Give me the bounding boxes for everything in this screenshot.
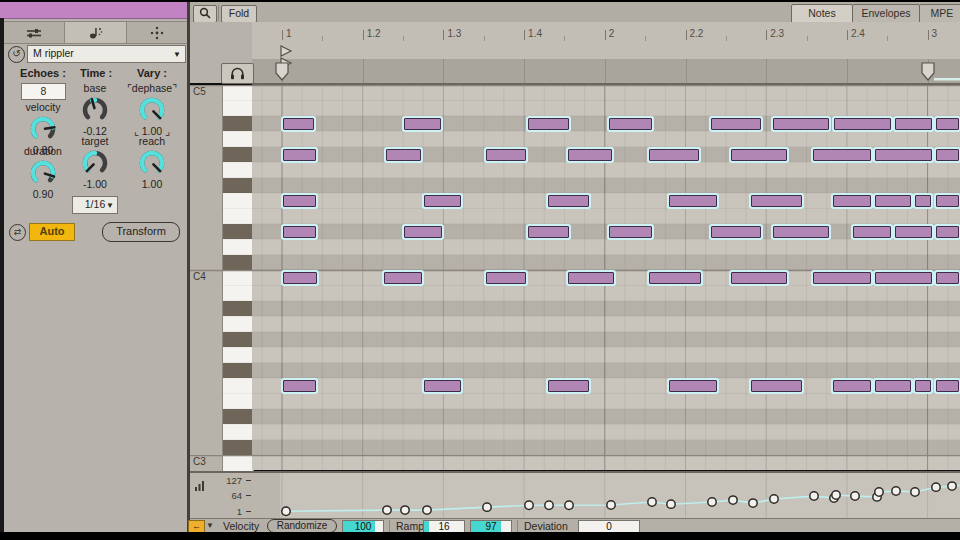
clip-properties-tab[interactable] — [4, 22, 65, 43]
midi-note[interactable] — [915, 380, 931, 392]
velocity-marker[interactable] — [892, 487, 900, 495]
velocity-marker[interactable] — [648, 498, 656, 506]
knob-duration[interactable] — [27, 157, 59, 189]
knob-target[interactable] — [79, 147, 111, 179]
velocity-marker[interactable] — [832, 491, 840, 499]
midi-note[interactable] — [833, 195, 871, 207]
velocity-marker[interactable] — [383, 506, 391, 514]
velocity-marker[interactable] — [525, 501, 533, 509]
velocity-marker[interactable] — [770, 495, 778, 503]
velocity-marker[interactable] — [875, 488, 883, 496]
midi-note[interactable] — [548, 195, 589, 207]
midi-note[interactable] — [751, 195, 802, 207]
device-selector[interactable]: M rippler ▼ — [27, 45, 186, 63]
midi-note[interactable] — [568, 149, 612, 161]
transform-button[interactable]: Transform — [102, 222, 180, 242]
velocity-marker[interactable] — [729, 496, 737, 504]
velocity-marker[interactable] — [545, 501, 553, 509]
velocity-marker[interactable] — [911, 488, 919, 496]
grid-interval-selector[interactable]: 1/16 ▼ — [72, 196, 118, 214]
midi-note[interactable] — [404, 118, 441, 130]
velocity-marker[interactable] — [667, 500, 675, 508]
tab-envelopes[interactable]: Envelopes — [852, 4, 920, 24]
midi-note[interactable] — [386, 149, 421, 161]
midi-note[interactable] — [669, 195, 717, 207]
velocity-marker[interactable] — [565, 501, 573, 509]
midi-note[interactable] — [548, 380, 589, 392]
midi-note[interactable] — [528, 226, 569, 238]
zoom-search-button[interactable] — [193, 5, 217, 23]
midi-note[interactable] — [936, 118, 959, 130]
midi-note[interactable] — [649, 272, 701, 284]
randomize-button[interactable]: Randomize — [267, 519, 337, 533]
midi-note[interactable] — [731, 272, 787, 284]
retrigger-icon[interactable]: ⇄ — [9, 224, 26, 241]
velocity-marker[interactable] — [708, 498, 716, 506]
auto-button[interactable]: Auto — [29, 223, 75, 241]
midi-note[interactable] — [936, 226, 959, 238]
midi-note[interactable] — [773, 118, 829, 130]
knob-velocity[interactable] — [27, 113, 59, 145]
preview-headphone-button[interactable] — [221, 63, 254, 84]
lane-select-chevron[interactable]: ▼ — [206, 521, 214, 530]
midi-note[interactable] — [773, 226, 829, 238]
midi-note[interactable] — [751, 380, 802, 392]
echoes-count-field[interactable]: 8 — [21, 83, 66, 100]
midi-note[interactable] — [813, 272, 871, 284]
velocity-marker[interactable] — [282, 507, 290, 515]
hot-swap-icon[interactable]: ↺ — [8, 46, 25, 63]
midi-note[interactable] — [486, 149, 526, 161]
midi-note[interactable] — [528, 118, 569, 130]
midi-note[interactable] — [936, 149, 959, 161]
midi-note[interactable] — [833, 380, 871, 392]
midi-note[interactable] — [384, 272, 422, 284]
knob-dephase[interactable] — [136, 94, 168, 126]
tab-mpe[interactable]: MPE — [919, 4, 960, 24]
velocity-marker[interactable] — [423, 506, 431, 514]
midi-note[interactable] — [669, 380, 717, 392]
midi-note[interactable] — [875, 272, 932, 284]
velocity-marker[interactable] — [401, 506, 409, 514]
midi-note[interactable] — [283, 118, 314, 130]
velocity-marker[interactable] — [607, 501, 615, 509]
midi-note[interactable] — [936, 195, 959, 207]
note-transform-tab[interactable] — [65, 22, 126, 43]
midi-note[interactable] — [283, 149, 316, 161]
velocity-marker[interactable] — [948, 482, 956, 490]
velocity-markers[interactable] — [190, 473, 960, 518]
midi-note[interactable] — [649, 149, 699, 161]
velocity-marker[interactable] — [810, 492, 818, 500]
midi-note[interactable] — [834, 118, 891, 130]
knob-base[interactable] — [79, 94, 111, 126]
midi-note[interactable] — [875, 380, 911, 392]
midi-note[interactable] — [711, 118, 761, 130]
midi-note[interactable] — [875, 149, 932, 161]
tab-notes[interactable]: Notes — [791, 4, 853, 24]
midi-note[interactable] — [568, 272, 614, 284]
midi-note[interactable] — [915, 195, 931, 207]
midi-note[interactable] — [895, 226, 932, 238]
velocity-marker[interactable] — [483, 503, 491, 511]
clip-title-bar[interactable] — [0, 0, 187, 19]
midi-note[interactable] — [283, 272, 317, 284]
midi-note[interactable] — [283, 380, 316, 392]
midi-note[interactable] — [609, 118, 652, 130]
midi-note[interactable] — [853, 226, 891, 238]
midi-note[interactable] — [813, 149, 871, 161]
midi-note[interactable] — [424, 380, 461, 392]
loop-marker-layer[interactable] — [190, 40, 960, 83]
midi-note[interactable] — [486, 272, 526, 284]
midi-note[interactable] — [404, 226, 442, 238]
midi-note[interactable] — [711, 226, 761, 238]
fold-button[interactable]: Fold — [221, 5, 257, 23]
midi-note[interactable] — [731, 149, 787, 161]
midi-note[interactable] — [424, 195, 461, 207]
target-tab[interactable] — [127, 22, 187, 43]
midi-note[interactable] — [283, 226, 316, 238]
midi-note[interactable] — [936, 272, 959, 284]
midi-note[interactable] — [895, 118, 932, 130]
knob-reach[interactable] — [136, 147, 168, 179]
velocity-marker[interactable] — [932, 483, 940, 491]
midi-note[interactable] — [283, 195, 316, 207]
midi-note[interactable] — [936, 380, 959, 392]
